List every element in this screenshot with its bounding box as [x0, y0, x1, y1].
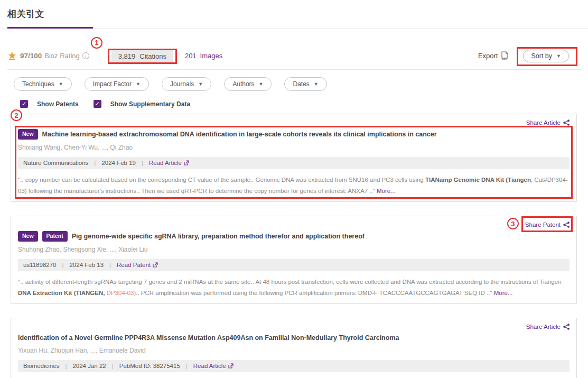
meta-item: 2024 Feb 13	[69, 262, 104, 268]
share-icon	[563, 119, 570, 126]
meta-separator: |	[109, 262, 111, 268]
share-row: Share Article	[18, 321, 570, 330]
meta-item: Nature Communications	[23, 160, 88, 166]
share-icon	[563, 324, 570, 330]
share-wrapper: Share Article	[526, 117, 570, 126]
meta-separator: |	[112, 363, 114, 369]
citation-snippet: ".. copy number can be calculated based …	[18, 174, 570, 197]
toolbar-left: 97/100 Bioz Rating i 3,819Citations 1 20…	[7, 51, 222, 61]
citation-title: Identification of a Novel Germline PPP4R…	[18, 334, 399, 342]
share-link[interactable]: Share Patent	[525, 222, 570, 228]
share-row: Share Article	[18, 117, 570, 126]
export-button[interactable]: Export csv	[478, 51, 510, 60]
bioz-rating-icon	[7, 51, 17, 61]
page-title: 相关引文	[0, 0, 588, 20]
chevron-down-icon: ▼	[198, 81, 203, 87]
share-link[interactable]: Share Article	[526, 119, 570, 126]
snippet-text: ".. activity of different-length sgRNAs …	[18, 279, 562, 285]
citation-snippet: ".. activity of different-length sgRNAs …	[18, 276, 570, 299]
svg-text:csv: csv	[502, 57, 507, 60]
citation-authors: Yixuan Hu, Zhuojun Han, ..., Emanuele Da…	[18, 347, 570, 354]
filter-dropdown-impact-factor[interactable]: Impact Factor▼	[85, 77, 149, 91]
citation-meta-bar: us11898270|2024 Feb 13|Read Patent	[18, 259, 570, 271]
filter-dropdown-techniques[interactable]: Techniques▼	[14, 77, 72, 91]
active-tab-indicator	[7, 27, 93, 29]
filter-label: Impact Factor	[93, 80, 132, 88]
snippet-text: ".. copy number can be calculated based …	[18, 177, 425, 183]
meta-separator: |	[186, 363, 188, 369]
citation-meta-bar: Biomedicines|2024 Jan 22|PubMed ID: 3827…	[18, 360, 570, 372]
tab-images[interactable]: 201Images	[185, 52, 222, 60]
more-link[interactable]: More...	[377, 188, 396, 194]
tab-citations[interactable]: 3,819Citations	[111, 50, 173, 63]
meta-item: 2024 Feb 19	[101, 160, 136, 166]
meta-separator: |	[65, 363, 67, 369]
meta-item: 2024 Jan 22	[72, 363, 106, 369]
share-wrapper: Share Patent 3	[525, 219, 570, 228]
share-label: Share Article	[526, 119, 561, 126]
meta-separator: |	[142, 160, 143, 166]
citation-authors: Shixiang Wang, Chen-Yi Wu, ..., Qi Zhao	[18, 144, 570, 151]
citation-card: Share Patent 3 NewPatentPig genome-wide …	[11, 216, 577, 304]
sort-by-label: Sort by	[531, 52, 552, 60]
snippet-text: DNA Extraction Kit (TIANGEN,	[18, 290, 105, 296]
filter-dropdown-dates[interactable]: Dates▼	[284, 77, 326, 91]
title-underline	[0, 27, 588, 29]
filter-label: Authors	[232, 80, 254, 88]
read-link[interactable]: Read Article	[149, 160, 189, 166]
checkbox-label: Show Patents	[37, 100, 79, 108]
checkbox-show-patents[interactable]: ✓Show Patents	[20, 100, 79, 108]
badge-new: New	[18, 129, 38, 140]
share-row: Share Patent 3	[18, 219, 570, 228]
citation-title-row: NewPatentPig genome-wide specific sgRNA …	[18, 232, 570, 242]
csv-file-icon: csv	[500, 51, 509, 60]
images-count: 201	[185, 52, 197, 60]
filter-label: Journals	[170, 80, 194, 88]
checkbox-checked-icon[interactable]: ✓	[20, 100, 28, 108]
share-wrapper: Share Article	[526, 321, 570, 330]
filter-dropdown-journals[interactable]: Journals▼	[162, 77, 211, 91]
filter-dropdown-authors[interactable]: Authors▼	[224, 77, 272, 91]
citation-title-row: Identification of a Novel Germline PPP4R…	[18, 334, 570, 343]
citation-list: Share Article NewMachine learning-based …	[11, 114, 577, 378]
checkbox-show-supplementary-data[interactable]: ✓Show Supplementary Data	[94, 100, 190, 108]
info-icon[interactable]: i	[82, 52, 89, 59]
chevron-down-icon: ▼	[556, 53, 561, 59]
snippet-text: DP304-03)	[107, 290, 136, 296]
chevron-down-icon: ▼	[314, 81, 319, 87]
images-label: Images	[200, 52, 223, 60]
checkbox-checked-icon[interactable]: ✓	[94, 100, 101, 108]
citation-title: Machine learning-based extrachromosomal …	[42, 131, 437, 138]
share-link[interactable]: Share Article	[526, 324, 570, 330]
citations-page: 相关引文 97/100 Bioz Rating i 3,819Citations…	[0, 0, 588, 378]
snippet-text: TIANamp Genomic DNA Kit (Tiangen	[425, 177, 531, 183]
citations-tab-wrapper: 3,819Citations 1	[111, 51, 173, 61]
checkbox-label: Show Supplementary Data	[110, 100, 190, 108]
badge-new: New	[18, 231, 38, 242]
chevron-down-icon: ▼	[136, 81, 141, 87]
meta-item: PubMed ID: 38275415	[119, 363, 180, 369]
bioz-rating-label: Bioz Rating	[44, 52, 79, 60]
export-label: Export	[478, 52, 498, 60]
meta-item: us11898270	[23, 262, 56, 268]
meta-separator: |	[94, 160, 96, 166]
snippet-text: .. PCR amplification was performed using…	[136, 290, 493, 296]
chevron-down-icon: ▼	[59, 81, 63, 87]
filter-bar: Techniques▼Impact Factor▼Journals▼Author…	[14, 77, 588, 91]
bioz-rating-value: 97/100	[20, 52, 42, 60]
external-link-icon	[153, 262, 158, 268]
share-label: Share Article	[526, 324, 561, 330]
more-link[interactable]: More...	[494, 290, 513, 296]
annotation-circle-share: 3	[507, 218, 519, 229]
share-icon	[563, 222, 570, 228]
external-link-icon	[228, 363, 234, 368]
badge-patent: Patent	[42, 231, 68, 242]
sort-by-dropdown[interactable]: Sort by ▼	[523, 50, 569, 62]
citation-card: Share Article NewMachine learning-based …	[11, 114, 577, 202]
citation-card: Share Article Identification of a Novel …	[11, 318, 577, 378]
citation-meta-bar: Nature Communications|2024 Feb 19|Read A…	[18, 157, 570, 169]
read-link[interactable]: Read Article	[193, 363, 234, 369]
share-label: Share Patent	[525, 222, 561, 228]
citation-authors: Shuhong Zhao, Shengsong Xie, ..., Xiaole…	[18, 246, 570, 253]
read-link[interactable]: Read Patent	[117, 262, 158, 268]
